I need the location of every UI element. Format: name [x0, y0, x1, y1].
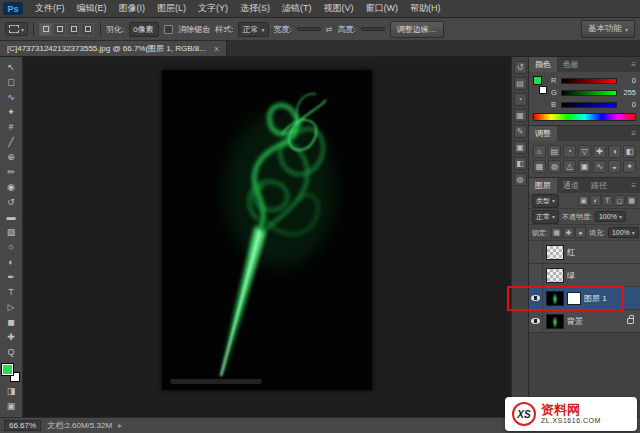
- history-brush-tool[interactable]: ↺: [1, 195, 22, 210]
- properties-panel-icon[interactable]: ▤: [514, 77, 527, 90]
- layer-row[interactable]: 背景: [529, 310, 640, 333]
- quick-selection-tool[interactable]: ✦: [1, 105, 22, 120]
- visibility-toggle[interactable]: [529, 241, 543, 263]
- brush-panel-icon[interactable]: ◍: [514, 173, 527, 186]
- adjustment-icon[interactable]: ▤: [548, 145, 561, 158]
- close-tab-icon[interactable]: ×: [214, 44, 219, 54]
- tool-preset-picker[interactable]: ▾: [5, 22, 28, 36]
- layer-filter-icon[interactable]: ▦: [626, 195, 637, 206]
- layer-name[interactable]: 图层 1: [584, 293, 640, 304]
- adjustment-icon[interactable]: ∿: [593, 160, 606, 173]
- move-tool[interactable]: ↖: [1, 60, 22, 75]
- marquee-tool[interactable]: ◻: [1, 75, 22, 90]
- opacity-input[interactable]: 100%▾: [595, 211, 626, 222]
- visibility-toggle[interactable]: [529, 310, 543, 332]
- dodge-tool[interactable]: ◐: [1, 255, 22, 270]
- shape-tool[interactable]: ◼: [1, 315, 22, 330]
- paragraph-panel-icon[interactable]: ▣: [514, 141, 527, 154]
- menu-item[interactable]: 窗口(W): [360, 0, 405, 17]
- zoom-tool[interactable]: Q: [1, 345, 22, 360]
- adjustment-icon[interactable]: ✦: [623, 160, 636, 173]
- styles-panel-icon[interactable]: ◧: [514, 157, 527, 170]
- foreground-color-swatch[interactable]: [533, 76, 542, 85]
- panel-menu-icon[interactable]: ≡: [627, 126, 640, 141]
- layer-row[interactable]: 红: [529, 241, 640, 264]
- adjustment-icon[interactable]: ◑: [608, 145, 621, 158]
- layer-filter-icon[interactable]: T: [602, 195, 613, 206]
- layer-name[interactable]: 背景: [567, 316, 627, 327]
- adjustment-icon[interactable]: ☼: [533, 145, 546, 158]
- layer-thumbnail[interactable]: [546, 314, 564, 329]
- refine-edge-button[interactable]: 调整边缘…: [390, 21, 444, 38]
- character-panel-icon[interactable]: ✎: [514, 125, 527, 138]
- foreground-color-swatch[interactable]: [2, 364, 13, 375]
- height-input[interactable]: [361, 27, 385, 31]
- type-tool[interactable]: T: [1, 285, 22, 300]
- panel-menu-icon[interactable]: ≡: [627, 178, 640, 193]
- panel-menu-icon[interactable]: ≡: [627, 57, 640, 72]
- menu-item[interactable]: 选择(S): [234, 0, 276, 17]
- clone-stamp-tool[interactable]: ◉: [1, 180, 22, 195]
- status-menu-arrow-icon[interactable]: ▸: [118, 421, 122, 430]
- channel-slider[interactable]: [561, 90, 617, 96]
- feather-input[interactable]: 0像素: [129, 22, 159, 37]
- blur-tool[interactable]: ○: [1, 240, 22, 255]
- tab-swatches[interactable]: 色板: [557, 57, 585, 72]
- lock-icon[interactable]: ●: [575, 227, 586, 238]
- adjustment-icon[interactable]: ◍: [548, 160, 561, 173]
- menu-item[interactable]: 文件(F): [29, 0, 71, 17]
- style-dropdown[interactable]: 正常▾: [238, 22, 268, 37]
- color-swatches[interactable]: [2, 364, 20, 382]
- lasso-tool[interactable]: ∿: [1, 90, 22, 105]
- layer-filter-icon[interactable]: ▣: [578, 195, 589, 206]
- eraser-tool[interactable]: ▬: [1, 210, 22, 225]
- brush-tool[interactable]: ✏: [1, 165, 22, 180]
- layer-filter-icon[interactable]: ◻: [614, 195, 625, 206]
- tab-adjustments[interactable]: 调整: [529, 126, 557, 141]
- channel-value[interactable]: 255: [620, 88, 636, 97]
- eyedropper-tool[interactable]: ╱: [1, 135, 22, 150]
- menu-item[interactable]: 帮助(H): [404, 0, 447, 17]
- zoom-level-field[interactable]: 66.67%: [4, 420, 41, 431]
- tab-paths[interactable]: 路径: [585, 178, 613, 193]
- adjustment-icon[interactable]: ▦: [533, 160, 546, 173]
- intersect-selection-icon[interactable]: [81, 23, 94, 36]
- tab-channels[interactable]: 通道: [557, 178, 585, 193]
- menu-item[interactable]: 图层(L): [151, 0, 192, 17]
- layer-thumbnail[interactable]: [546, 268, 564, 283]
- layer-row[interactable]: 绿: [529, 264, 640, 287]
- visibility-toggle[interactable]: [529, 264, 543, 286]
- add-selection-icon[interactable]: [53, 23, 66, 36]
- history-panel-icon[interactable]: ↺: [514, 61, 527, 74]
- quick-mask-button[interactable]: ◨: [1, 384, 22, 399]
- gradient-tool[interactable]: ▨: [1, 225, 22, 240]
- layer-filter-dropdown[interactable]: 类型▾: [532, 194, 559, 208]
- mini-color-swatches[interactable]: [533, 76, 547, 94]
- crop-tool[interactable]: #: [1, 120, 22, 135]
- layer-row[interactable]: 图层 1: [529, 287, 640, 310]
- adjustment-icon[interactable]: ✚: [593, 145, 606, 158]
- layer-name[interactable]: 绿: [567, 270, 640, 281]
- adjustment-icon[interactable]: ◔: [563, 145, 576, 158]
- background-color-swatch[interactable]: [539, 86, 547, 94]
- subtract-selection-icon[interactable]: [67, 23, 80, 36]
- menu-item[interactable]: 文字(Y): [192, 0, 234, 17]
- menu-item[interactable]: 编辑(E): [71, 0, 113, 17]
- layer-mask-thumbnail[interactable]: [567, 292, 581, 305]
- menu-item[interactable]: 视图(V): [318, 0, 360, 17]
- lock-icon[interactable]: ▦: [551, 227, 562, 238]
- menu-item[interactable]: 滤镜(T): [276, 0, 318, 17]
- adjustment-icon[interactable]: ▽: [578, 145, 591, 158]
- workspace-switcher[interactable]: 基本功能 ▾: [581, 20, 635, 38]
- path-selection-tool[interactable]: ▷: [1, 300, 22, 315]
- color-spectrum-bar[interactable]: [533, 113, 636, 121]
- width-input[interactable]: [297, 27, 321, 31]
- layer-filter-icon[interactable]: ◐: [590, 195, 601, 206]
- document-image[interactable]: [162, 70, 372, 390]
- screen-mode-button[interactable]: ▣: [1, 399, 22, 414]
- fill-input[interactable]: 100%▾: [608, 227, 639, 238]
- adjustment-icon[interactable]: ◧: [623, 145, 636, 158]
- new-selection-icon[interactable]: [39, 23, 52, 36]
- layer-thumbnail[interactable]: [546, 245, 564, 260]
- healing-brush-tool[interactable]: ⊕: [1, 150, 22, 165]
